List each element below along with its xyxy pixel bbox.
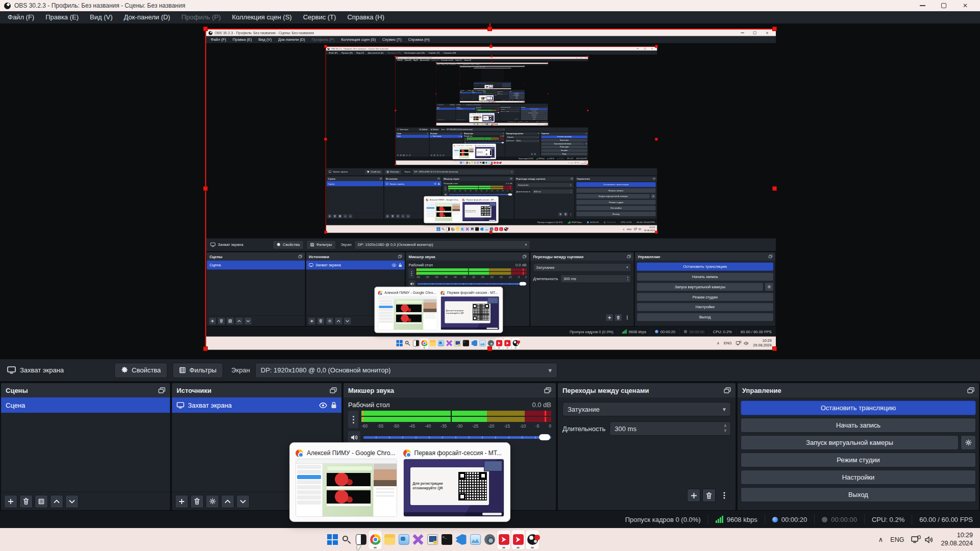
obs-taskbar-button[interactable] — [512, 338, 520, 349]
chrome-button[interactable] — [451, 226, 455, 233]
source-list-item[interactable]: Захват экрана — [480, 83, 487, 84]
menu-item[interactable]: Правка (E) — [339, 51, 354, 55]
properties-button[interactable]: Свойства — [273, 240, 304, 249]
language-indicator[interactable]: ENG — [627, 228, 631, 231]
resize-handle[interactable] — [772, 186, 777, 191]
tray-chevron-icon[interactable]: ∧ — [623, 228, 624, 230]
preview-canvas[interactable]: OBS 30.2.3 - Профиль: Без названия - Сце… — [460, 67, 525, 90]
purple-app-button[interactable] — [445, 338, 453, 349]
network-icon[interactable] — [911, 535, 921, 544]
volume-icon[interactable] — [577, 162, 579, 164]
scene-list-item[interactable]: Сцена — [327, 181, 384, 186]
screen-capture-selection[interactable]: OBS 30.2.3 - Профиль: Без названия - Сце… — [205, 29, 775, 349]
window-preview[interactable]: Первая форсайт-сессия - МТ... Для регист… — [462, 198, 497, 221]
move-source-up-button[interactable] — [439, 154, 442, 157]
resize-handle[interactable] — [203, 346, 208, 351]
resize-handle[interactable] — [492, 68, 493, 68]
popout-icon[interactable] — [474, 107, 475, 107]
source-properties-button[interactable] — [396, 214, 400, 218]
network-icon[interactable] — [540, 123, 541, 124]
mts-link-2-button[interactable] — [499, 226, 503, 233]
obs-taskbar-button[interactable] — [495, 101, 496, 103]
virtual-camera-settings-button[interactable] — [651, 194, 656, 199]
settings-button[interactable]: Настройки — [636, 303, 773, 311]
source-properties-button[interactable] — [326, 317, 333, 325]
terminal-button[interactable]: >_ — [482, 161, 485, 164]
popout-icon[interactable] — [967, 387, 974, 393]
resize-handle[interactable] — [511, 89, 511, 89]
window-preview[interactable]: Алексей ПИМУ - Google Chro... — [454, 145, 474, 159]
menu-item[interactable]: Коллекция сцен (S) — [227, 11, 298, 23]
popout-icon[interactable] — [523, 255, 527, 258]
start-recording-button[interactable]: Начать запись — [576, 188, 656, 193]
resize-handle[interactable] — [395, 56, 396, 57]
window-preview[interactable]: Алексей ПИМУ - Google Chro... — [378, 290, 437, 330]
spin-down-icon[interactable]: ∨ — [724, 429, 727, 433]
move-scene-up-button[interactable] — [343, 214, 348, 218]
menu-item[interactable]: Док-панели (D) — [275, 36, 309, 43]
clock[interactable]: 10:29 29.08.2024 — [580, 161, 586, 164]
chrome-button[interactable] — [369, 530, 382, 549]
resize-handle[interactable] — [435, 62, 436, 63]
source-list-item[interactable]: Захват экрана — [456, 108, 475, 110]
source-list-item[interactable]: Захват экрана — [471, 92, 482, 93]
resize-handle[interactable] — [473, 89, 474, 89]
chrome-window-thumbnail[interactable] — [454, 147, 474, 158]
start-button[interactable] — [326, 530, 339, 549]
start-button[interactable] — [396, 338, 403, 349]
explorer-button[interactable] — [471, 161, 474, 164]
source-list-item[interactable]: Захват экрана — [429, 135, 462, 138]
terminal-button[interactable]: >_ — [440, 530, 453, 549]
lock-icon[interactable] — [438, 183, 440, 185]
virtual-camera-button[interactable]: Запуск виртуальной камеры — [576, 194, 650, 199]
resize-handle[interactable] — [511, 68, 511, 68]
search-button[interactable] — [340, 530, 353, 549]
properties-button[interactable]: Свойства — [449, 104, 455, 106]
chrome-window-thumbnail[interactable] — [378, 296, 437, 330]
virtual-camera-settings-button[interactable] — [961, 435, 976, 450]
remove-scene-button[interactable] — [333, 214, 337, 218]
add-transition-button[interactable] — [558, 212, 563, 216]
resize-handle[interactable] — [492, 66, 493, 66]
transition-dropdown[interactable]: Затухание ▼ — [500, 109, 520, 110]
popout-icon[interactable] — [571, 178, 573, 180]
settings-button[interactable]: Настройки — [741, 470, 976, 485]
exit-button[interactable]: Выход — [741, 487, 976, 502]
resize-handle[interactable] — [203, 27, 208, 31]
source-list-item[interactable]: Захват экрана — [384, 181, 442, 186]
window-preview[interactable]: Алексей ПИМУ - Google Chro... — [296, 447, 397, 517]
scene-filters-button[interactable] — [338, 214, 342, 218]
popout-icon[interactable] — [427, 133, 428, 134]
scene-list-item[interactable]: Сцена — [1, 397, 170, 413]
transition-dropdown[interactable]: Затухание ▼ — [506, 136, 540, 138]
mixer-kebab-menu[interactable] — [408, 268, 414, 279]
resize-handle[interactable] — [473, 68, 474, 68]
virtual-camera-button[interactable]: Запуск виртуальной камеры — [521, 112, 546, 114]
add-scene-button[interactable] — [209, 317, 216, 325]
duration-input[interactable]: 300 ms ∧ ∨ — [506, 111, 520, 112]
popout-icon[interactable] — [544, 387, 551, 393]
network-icon[interactable] — [634, 228, 637, 231]
search-button[interactable] — [441, 226, 446, 233]
volume-slider-handle[interactable] — [502, 142, 504, 143]
perfmon-app-button[interactable] — [479, 338, 486, 349]
tray-chevron-icon[interactable]: ∧ — [717, 341, 720, 345]
studio-mode-button[interactable]: Режим студии — [541, 145, 587, 148]
resize-handle[interactable] — [511, 79, 511, 79]
mts-link-button[interactable] — [494, 161, 496, 164]
screen-capture-selection[interactable]: OBS 30.2.3 - Профиль: Без названия - Сце… — [436, 62, 548, 125]
resize-handle[interactable] — [524, 84, 525, 84]
maximize-button[interactable] — [933, 0, 954, 11]
stop-streaming-button[interactable]: Остановить трансляцию — [521, 108, 548, 110]
duration-input[interactable]: 300 ms ∧ ∨ — [500, 94, 508, 95]
menu-item[interactable]: Профиль (P) — [385, 51, 402, 55]
menu-item[interactable]: Вид (V) — [355, 51, 366, 55]
resize-handle[interactable] — [487, 27, 492, 31]
transition-kebab-menu[interactable] — [569, 212, 573, 216]
scene-filters-button[interactable] — [227, 317, 234, 325]
properties-button[interactable]: Свойства — [365, 169, 383, 174]
obs-taskbar-button[interactable] — [496, 123, 498, 125]
language-indicator[interactable]: ENG — [890, 536, 904, 543]
popout-icon[interactable] — [519, 107, 520, 107]
vscode-button[interactable] — [470, 338, 478, 349]
